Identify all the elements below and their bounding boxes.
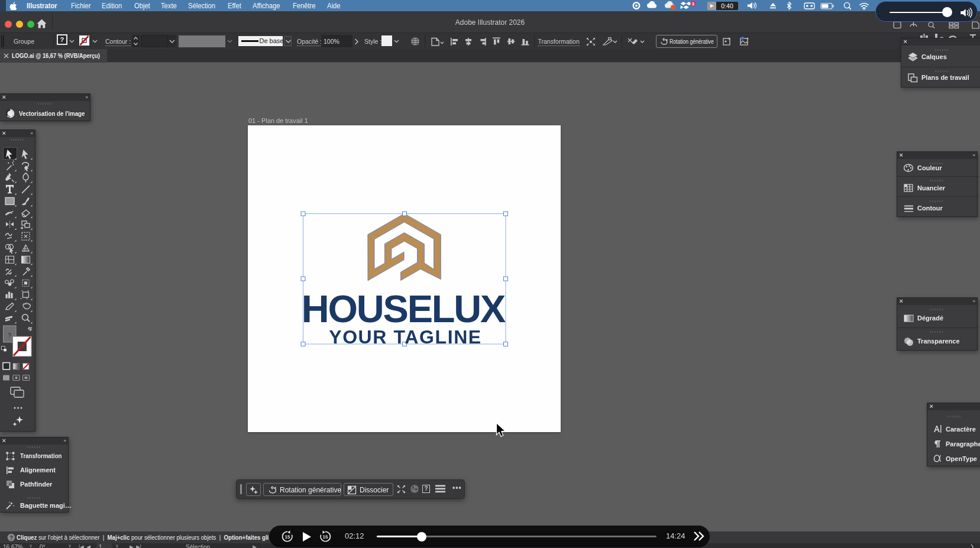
svg-text:?: ?: [8, 332, 11, 339]
svg-text:?: ?: [9, 535, 13, 541]
svg-text:3: 3: [692, 2, 694, 7]
svg-text:15: 15: [285, 534, 290, 540]
svg-text:15: 15: [323, 534, 328, 540]
